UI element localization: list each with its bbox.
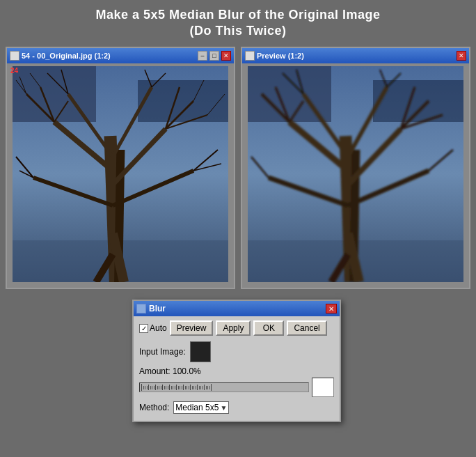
method-row: Method: Median 5x5 ▼ [139,401,334,414]
input-image-label: Input Image: [139,347,186,357]
apply-button[interactable]: Apply [216,320,251,336]
window1-label: 24 [10,67,18,75]
window1-icon [10,51,19,61]
page-title: Make a 5x5 Median Blur of the Original I… [0,0,476,45]
method-select-value: Median 5x5 [175,403,219,412]
amount-slider[interactable] [139,382,309,392]
select-dropdown-icon: ▼ [220,404,227,412]
dialog-titlebar: Blur ✕ [134,301,340,316]
window2-title: Preview (1:2) [257,52,454,60]
window1-close-button[interactable]: ✕ [221,51,231,61]
preview-image-window: Preview (1:2) ✕ [241,47,470,289]
amount-row: Amount: 100.0% [139,366,334,397]
preview-tree-image [245,66,466,282]
dialog-close-button[interactable]: ✕ [326,304,337,313]
auto-label: Auto [150,323,167,333]
window2-titlebar: Preview (1:2) ✕ [242,48,469,63]
auto-checkbox-wrapper[interactable]: ✓ Auto [139,323,167,333]
input-image-thumbnail [190,341,211,362]
window2-close-button[interactable]: ✕ [457,51,466,61]
window1-titlebar: 54 - 00_Original.jpg (1:2) – □ ✕ [7,48,234,63]
window1-minimize-button[interactable]: – [198,51,207,61]
dialog-toolbar: ✓ Auto Preview Apply OK Cancel [139,320,334,336]
window1-maximize-button[interactable]: □ [209,51,219,61]
window2-content [242,63,469,288]
dialog-body: ✓ Auto Preview Apply OK Cancel Input Ima… [134,316,340,421]
dialog-icon [136,304,146,313]
method-select[interactable]: Median 5x5 ▼ [173,401,229,414]
preview-button[interactable]: Preview [170,320,214,336]
original-tree-image [10,66,231,282]
ok-button[interactable]: OK [253,320,284,336]
method-label: Method: [139,403,169,412]
original-image-window: 54 - 00_Original.jpg (1:2) – □ ✕ 24 [6,47,235,289]
window2-icon [245,51,255,61]
image-windows-container: 54 - 00_Original.jpg (1:2) – □ ✕ 24 [0,47,476,289]
amount-label: Amount: 100.0% [139,366,334,376]
amount-slider-container [139,378,334,397]
window1-content: 24 [7,63,234,288]
auto-checkbox[interactable]: ✓ [139,324,148,333]
input-image-row: Input Image: [139,341,334,362]
blur-dialog: Blur ✕ ✓ Auto Preview Apply OK Cancel In… [132,300,341,422]
cancel-button[interactable]: Cancel [287,320,326,336]
window1-title: 54 - 00_Original.jpg (1:2) [22,52,196,60]
dialog-title: Blur [149,304,323,313]
amount-value-box [312,378,334,397]
